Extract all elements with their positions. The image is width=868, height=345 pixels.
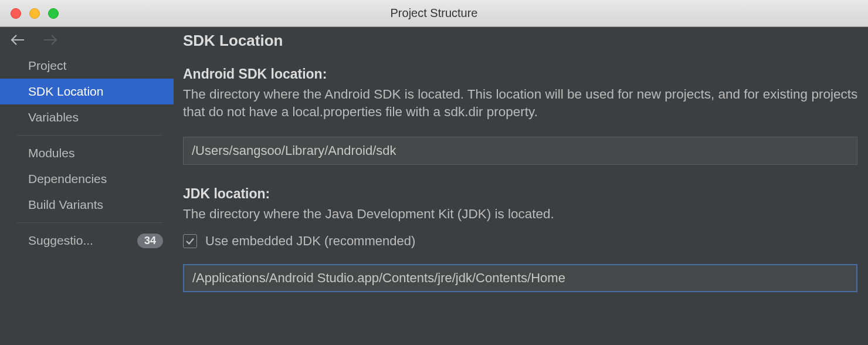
sidebar-item-build-variants[interactable]: Build Variants — [0, 192, 174, 218]
window-title: Project Structure — [391, 6, 478, 20]
sidebar-group-3: Suggestio... 34 — [0, 228, 174, 253]
sidebar-item-sdk-location[interactable]: SDK Location — [0, 79, 174, 104]
sidebar: Project SDK Location Variables Modules D… — [0, 27, 174, 345]
sidebar-item-label: Modules — [28, 146, 74, 160]
android-sdk-label: Android SDK location: — [183, 66, 868, 82]
traffic-lights — [11, 8, 59, 19]
sidebar-item-variables[interactable]: Variables — [0, 104, 174, 130]
arrow-right-icon — [43, 34, 58, 46]
sidebar-separator — [18, 135, 162, 136]
embedded-jdk-row: Use embedded JDK (recommended) — [183, 234, 868, 249]
check-icon — [185, 236, 195, 246]
sidebar-item-modules[interactable]: Modules — [0, 140, 174, 166]
android-sdk-section: Android SDK location: The directory wher… — [183, 66, 868, 165]
sidebar-item-label: Variables — [28, 110, 79, 124]
jdk-description: The directory where the Java Development… — [183, 205, 868, 223]
arrow-left-icon — [10, 34, 25, 46]
jdk-label: JDK location: — [183, 186, 868, 202]
sidebar-item-label: Build Variants — [28, 198, 103, 212]
maximize-window-icon[interactable] — [48, 8, 59, 19]
forward-button[interactable] — [42, 32, 59, 48]
sidebar-item-label: SDK Location — [28, 84, 103, 99]
android-sdk-path-input[interactable] — [183, 137, 857, 165]
sidebar-item-label: Project — [28, 59, 66, 73]
titlebar[interactable]: Project Structure — [0, 0, 868, 27]
android-sdk-description: The directory where the Android SDK is l… — [183, 86, 868, 121]
sidebar-group-2: Modules Dependencies Build Variants — [0, 140, 174, 218]
suggestions-badge: 34 — [137, 234, 163, 248]
page-title: SDK Location — [183, 32, 868, 50]
nav-toolbar — [0, 27, 174, 53]
content-pane: SDK Location Android SDK location: The d… — [174, 27, 868, 345]
embedded-jdk-label: Use embedded JDK (recommended) — [205, 234, 415, 249]
sidebar-item-project[interactable]: Project — [0, 53, 174, 79]
sidebar-separator — [18, 222, 162, 223]
sidebar-item-suggestions[interactable]: Suggestio... 34 — [0, 228, 174, 253]
jdk-path-input[interactable] — [183, 264, 857, 292]
close-window-icon[interactable] — [11, 8, 21, 19]
embedded-jdk-checkbox[interactable] — [183, 234, 197, 248]
body: Project SDK Location Variables Modules D… — [0, 27, 868, 345]
minimize-window-icon[interactable] — [29, 8, 40, 19]
project-structure-window: Project Structure Project SDK Location V… — [0, 0, 868, 345]
back-button[interactable] — [9, 32, 26, 48]
jdk-section: JDK location: The directory where the Ja… — [183, 186, 868, 292]
sidebar-item-label: Dependencies — [28, 172, 107, 186]
sidebar-group-1: Project SDK Location Variables — [0, 53, 174, 130]
sidebar-item-label: Suggestio... — [28, 234, 93, 248]
sidebar-item-dependencies[interactable]: Dependencies — [0, 166, 174, 192]
